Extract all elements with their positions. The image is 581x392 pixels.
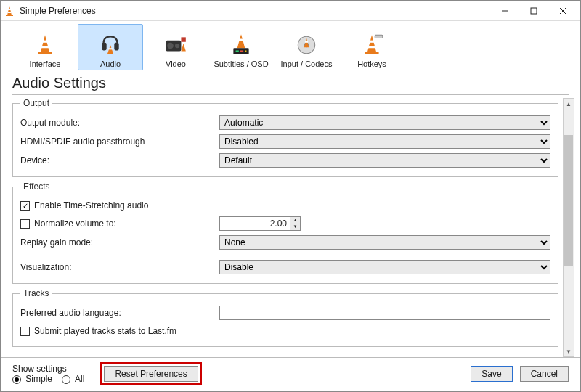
hotkeys-icon	[359, 32, 385, 57]
window-title: Simple Preferences	[20, 6, 490, 16]
tab-input-codecs[interactable]: Input / Codecs	[274, 24, 339, 70]
normalize-value-spinner[interactable]: 2.00 ▲▼	[219, 216, 301, 231]
svg-rect-34	[365, 52, 378, 54]
radio-all[interactable]	[62, 375, 70, 384]
spinner-down-icon[interactable]: ▼	[290, 224, 300, 230]
group-tracks-legend: Tracks	[20, 288, 52, 298]
audio-icon	[98, 32, 123, 57]
show-settings-label: Show settings	[12, 364, 89, 374]
scroll-thumb[interactable]	[564, 135, 573, 266]
svg-rect-33	[368, 46, 376, 48]
svg-rect-5	[531, 8, 537, 14]
radio-simple[interactable]	[12, 375, 21, 384]
tab-video[interactable]: Video	[143, 24, 208, 70]
svg-rect-32	[369, 40, 375, 42]
divider	[12, 94, 569, 95]
scroll-up-icon[interactable]: ▲	[564, 99, 574, 109]
tab-label: Video	[166, 60, 186, 68]
svg-rect-26	[245, 50, 246, 52]
svg-point-17	[167, 42, 174, 49]
svg-rect-22	[238, 38, 243, 41]
save-button[interactable]: Save	[471, 366, 512, 382]
tab-interface[interactable]: Interface	[12, 24, 78, 70]
tab-label: Audio	[100, 60, 121, 68]
title-bar: Simple Preferences	[1, 1, 580, 21]
tab-label: Hotkeys	[357, 60, 386, 68]
svg-rect-2	[8, 12, 12, 13]
svg-rect-19	[181, 37, 185, 41]
page-heading: Audio Settings	[12, 75, 569, 91]
tab-label: Subtitles / OSD	[214, 60, 268, 68]
vertical-scrollbar[interactable]: ▲ ▼	[563, 98, 574, 357]
reset-highlight: Reset Preferences	[100, 362, 201, 385]
device-select[interactable]: Default	[219, 153, 550, 168]
svg-rect-15	[108, 48, 112, 49]
spinner-up-icon[interactable]: ▲	[290, 217, 300, 224]
device-label: Device:	[20, 155, 219, 166]
settings-content: Output Output module: Automatic HDMI/SPD…	[12, 98, 561, 357]
lastfm-checkbox[interactable]	[20, 327, 30, 336]
scroll-down-icon[interactable]: ▼	[564, 346, 574, 356]
tab-audio[interactable]: Audio	[78, 24, 143, 70]
group-tracks: Tracks Preferred audio language: Submit …	[12, 288, 558, 347]
interface-icon	[33, 32, 58, 57]
visualization-select[interactable]: Disable	[219, 260, 550, 274]
visualization-label: Visualization:	[20, 262, 219, 272]
group-effects: Effects ✓ Enable Time-Stretching audio N…	[12, 181, 558, 284]
svg-rect-12	[102, 42, 106, 50]
lastfm-label: Submit played tracks stats to Last.fm	[34, 326, 176, 336]
svg-rect-3	[6, 15, 13, 16]
tab-label: Interface	[30, 60, 61, 68]
svg-marker-0	[7, 6, 12, 15]
pref-lang-input[interactable]	[219, 306, 550, 320]
svg-marker-8	[41, 35, 50, 52]
codecs-icon	[294, 32, 320, 57]
radio-all-label: All	[75, 374, 84, 384]
cancel-button[interactable]: Cancel	[520, 366, 569, 382]
group-effects-legend: Effects	[20, 181, 52, 192]
svg-rect-25	[240, 50, 243, 52]
time-stretch-label: Enable Time-Stretching audio	[34, 200, 148, 211]
replay-gain-label: Replay gain mode:	[20, 237, 219, 248]
svg-rect-13	[114, 42, 118, 50]
time-stretch-checkbox[interactable]: ✓	[20, 201, 30, 211]
reset-preferences-button[interactable]: Reset Preferences	[104, 366, 198, 382]
settings-scroll-area: Output Output module: Automatic HDMI/SPD…	[12, 98, 574, 357]
maximize-button[interactable]	[519, 1, 548, 20]
svg-rect-11	[38, 52, 52, 54]
minimize-button[interactable]	[490, 1, 519, 20]
subtitles-icon	[229, 32, 254, 57]
output-module-select[interactable]: Automatic	[219, 115, 550, 130]
svg-rect-10	[41, 46, 49, 48]
normalize-checkbox[interactable]	[20, 219, 30, 229]
svg-rect-9	[42, 40, 49, 42]
passthrough-label: HDMI/SPDIF audio passthrough	[20, 136, 219, 147]
svg-rect-1	[8, 9, 11, 10]
svg-marker-20	[181, 43, 185, 51]
normalize-label: Normalize volume to:	[34, 219, 116, 229]
tab-subtitles[interactable]: Subtitles / OSD	[208, 24, 274, 70]
passthrough-select[interactable]: Disabled	[219, 134, 550, 149]
vlc-app-icon	[4, 5, 15, 17]
radio-simple-label: Simple	[25, 374, 52, 384]
tab-hotkeys[interactable]: Hotkeys	[339, 24, 405, 70]
video-icon	[163, 32, 189, 57]
group-output-legend: Output	[20, 98, 52, 108]
preferences-window: Simple Preferences Interface Audio Video…	[0, 0, 581, 392]
tab-label: Input / Codecs	[281, 60, 333, 68]
svg-rect-24	[236, 50, 239, 52]
pref-lang-label: Preferred audio language:	[20, 308, 219, 318]
footer-bar: Show settings Simple All Reset Preferenc…	[1, 357, 580, 391]
category-toolbar: Interface Audio Video Subtitles / OSD In…	[1, 21, 580, 70]
svg-rect-30	[305, 41, 308, 42]
normalize-value: 2.00	[220, 219, 290, 229]
svg-marker-21	[237, 34, 245, 48]
group-output: Output Output module: Automatic HDMI/SPD…	[12, 98, 558, 177]
svg-point-18	[175, 43, 179, 47]
replay-gain-select[interactable]: None	[219, 235, 550, 250]
close-button[interactable]	[548, 1, 577, 20]
output-module-label: Output module:	[20, 118, 219, 128]
svg-rect-35	[375, 35, 383, 38]
